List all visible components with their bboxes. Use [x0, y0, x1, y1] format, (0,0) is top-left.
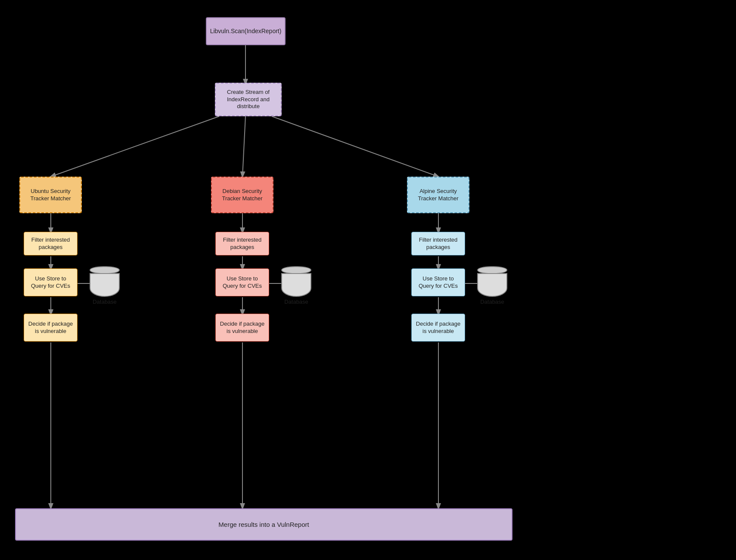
ubuntu-tracker-box: Ubuntu Security Tracker Matcher — [19, 177, 82, 213]
ubuntu-decide-box: Decide if package is vulnerable — [24, 314, 78, 342]
scan-box: Libvuln.Scan(IndexReport) — [206, 17, 286, 45]
alpine-decide-box: Decide if package is vulnerable — [411, 314, 465, 342]
db-label-alpine: Database — [480, 299, 504, 305]
svg-line-1 — [51, 116, 219, 177]
merge-box: Merge results into a VulnReport — [15, 508, 512, 541]
debian-decide-box: Decide if package is vulnerable — [215, 314, 269, 342]
ubuntu-filter-box: Filter interested packages — [24, 232, 78, 255]
ubuntu-database: Database — [90, 266, 120, 305]
svg-line-3 — [272, 116, 438, 177]
db-top-debian — [281, 266, 311, 274]
alpine-tracker-box: Alpine Security Tracker Matcher — [407, 177, 469, 213]
db-body-alpine — [477, 273, 507, 297]
db-label-debian: Database — [284, 299, 308, 305]
ubuntu-store-box: Use Store to Query for CVEs — [24, 268, 78, 296]
diagram-container: Libvuln.Scan(IndexReport) Create Stream … — [0, 0, 736, 560]
debian-filter-box: Filter interested packages — [215, 232, 269, 255]
alpine-database: Database — [477, 266, 507, 305]
debian-database: Database — [281, 266, 311, 305]
db-label-ubuntu: Database — [93, 299, 117, 305]
alpine-filter-box: Filter interested packages — [411, 232, 465, 255]
db-top-alpine — [477, 266, 507, 274]
db-top-ubuntu — [90, 266, 120, 274]
debian-store-box: Use Store to Query for CVEs — [215, 268, 269, 296]
debian-tracker-box: Debian Security Tracker Matcher — [211, 177, 273, 213]
svg-line-2 — [242, 116, 245, 177]
db-body-debian — [281, 273, 311, 297]
alpine-store-box: Use Store to Query for CVEs — [411, 268, 465, 296]
db-body-ubuntu — [90, 273, 120, 297]
distribute-box: Create Stream of IndexRecord and distrib… — [215, 83, 282, 116]
